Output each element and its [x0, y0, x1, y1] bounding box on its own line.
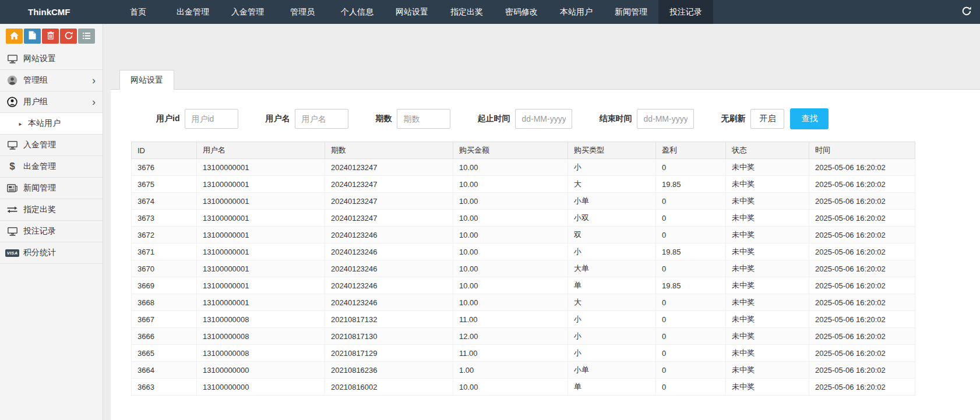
table-cell: 小双	[568, 210, 656, 227]
search-field-group: 起止时间	[477, 109, 572, 129]
sidebar-item[interactable]: 入金管理	[0, 135, 103, 156]
sidebar-item[interactable]: VISA积分统计	[0, 242, 103, 264]
table-cell: 3670	[132, 260, 197, 277]
list-button[interactable]	[78, 29, 95, 44]
table-cell: 2025-05-06 16:20:02	[809, 362, 915, 379]
brand-logo[interactable]: ThinkCMF	[0, 0, 111, 24]
sidebar-item-label: 出金管理	[23, 161, 56, 172]
table-cell: 大	[568, 294, 656, 311]
search-button[interactable]: 查找	[790, 108, 829, 129]
tab-site-settings[interactable]: 网站设置	[119, 70, 174, 90]
trash-button[interactable]	[42, 29, 59, 44]
date-input[interactable]	[637, 109, 694, 129]
home-button[interactable]	[6, 29, 23, 44]
table-cell: 13100000008	[197, 328, 325, 345]
table-cell: 20240123246	[325, 277, 453, 294]
sidebar: 网站设置管理组›用户组›▸本站用户入金管理$出金管理新闻管理指定出奖投注记录VI…	[0, 24, 103, 420]
text-input[interactable]	[295, 109, 348, 129]
table-cell: 小单	[568, 193, 656, 210]
table-cell: 未中奖	[726, 379, 809, 396]
table-cell: 10.00	[453, 210, 568, 227]
column-header: 期数	[325, 142, 453, 159]
search-field-label: 期数	[375, 114, 392, 124]
chevron-right-icon: ›	[92, 75, 96, 86]
table-cell: 0	[656, 193, 726, 210]
search-form-fields: 用户id用户名期数起止时间结束时间	[156, 109, 721, 129]
table-cell: 未中奖	[726, 159, 809, 176]
table-cell: 2025-05-06 16:20:02	[809, 193, 915, 210]
search-field-group: 结束时间	[599, 109, 694, 129]
table-row: 3673131000000012024012324710.00小双0未中奖202…	[132, 210, 915, 227]
refresh-button[interactable]	[60, 29, 77, 44]
table-cell: 3668	[132, 294, 197, 311]
table-cell: 13100000001	[197, 277, 325, 294]
table-row: 3667131000000082021081713211.00小0未中奖2025…	[132, 311, 915, 328]
text-input[interactable]	[397, 109, 450, 129]
sidebar-item[interactable]: 管理组›	[0, 70, 103, 91]
table-cell: 小	[568, 345, 656, 362]
sidebar-item-label: 网站设置	[23, 54, 56, 64]
nav-item[interactable]: 网站设置	[385, 0, 439, 24]
table-body: 3676131000000012024012324710.00小0未中奖2025…	[132, 159, 915, 396]
table-cell: 0	[656, 159, 726, 176]
nav-item[interactable]: 本站用户	[549, 0, 604, 24]
table-row: 3671131000000012024012324610.00小19.85未中奖…	[132, 243, 915, 260]
date-input[interactable]	[515, 109, 572, 129]
sidebar-item-label: 指定出奖	[23, 204, 56, 215]
table-cell: 10.00	[453, 379, 568, 396]
sidebar-item[interactable]: 新闻管理	[0, 178, 103, 199]
refresh-button[interactable]	[962, 0, 980, 24]
table-cell: 13100000000	[197, 379, 325, 396]
text-input[interactable]	[185, 109, 238, 129]
table-row: 3666131000000082021081713012.00小0未中奖2025…	[132, 328, 915, 345]
table-cell: 2025-05-06 16:20:02	[809, 176, 915, 193]
sidebar-item[interactable]: 指定出奖	[0, 199, 103, 221]
column-header: 盈利	[656, 142, 726, 159]
table-cell: 3667	[132, 311, 197, 328]
table-cell: 0	[656, 311, 726, 328]
table-cell: 2025-05-06 16:20:02	[809, 159, 915, 176]
table-cell: 20240123247	[325, 159, 453, 176]
nav-item[interactable]: 管理员	[275, 0, 330, 24]
trash-icon	[47, 31, 54, 41]
nav-item[interactable]: 首页	[111, 0, 165, 24]
sidebar-item[interactable]: ▸本站用户	[0, 113, 103, 135]
nav-item[interactable]: 出金管理	[165, 0, 220, 24]
search-field-group: 期数	[375, 109, 450, 129]
sidebar-item[interactable]: 投注记录	[0, 221, 103, 242]
table-cell: 2025-05-06 16:20:02	[809, 260, 915, 277]
newspaper-icon	[6, 184, 19, 192]
file-button[interactable]	[24, 29, 41, 44]
tab-strip: 网站设置	[111, 70, 980, 90]
table-cell: 0	[656, 210, 726, 227]
table-cell: 13100000001	[197, 260, 325, 277]
table-cell: 12.00	[453, 328, 568, 345]
nav-item[interactable]: 入金管理	[220, 0, 275, 24]
no-refresh-toggle-button[interactable]: 开启	[750, 109, 784, 129]
caret-right-icon: ▸	[17, 121, 23, 127]
table-row: 3674131000000012024012324710.00小单0未中奖202…	[132, 193, 915, 210]
nav-item[interactable]: 投注记录	[658, 0, 713, 24]
desktop-icon	[6, 227, 19, 236]
table-cell: 13100000001	[197, 210, 325, 227]
table-cell: 10.00	[453, 193, 568, 210]
sidebar-item[interactable]: 用户组›	[0, 91, 103, 113]
column-header: ID	[132, 142, 197, 159]
home-icon	[10, 31, 19, 41]
nav-item[interactable]: 密码修改	[494, 0, 549, 24]
table-cell: 3669	[132, 277, 197, 294]
table-cell: 0	[656, 227, 726, 243]
sidebar-item[interactable]: 网站设置	[0, 48, 103, 70]
table-cell: 20240123246	[325, 294, 453, 311]
nav-item[interactable]: 个人信息	[330, 0, 385, 24]
table-cell: 2025-05-06 16:20:02	[809, 227, 915, 243]
table-cell: 13100000008	[197, 345, 325, 362]
table-cell: 2025-05-06 16:20:02	[809, 294, 915, 311]
nav-item[interactable]: 新闻管理	[604, 0, 658, 24]
sidebar-item-label: 投注记录	[23, 226, 56, 237]
nav-item[interactable]: 指定出奖	[439, 0, 494, 24]
sidebar-item-label: 管理组	[23, 75, 48, 86]
sidebar-item[interactable]: $出金管理	[0, 156, 103, 178]
search-form: 用户id用户名期数起止时间结束时间 无刷新 开启 查找	[111, 90, 980, 129]
table-cell: 20210817132	[325, 311, 453, 328]
